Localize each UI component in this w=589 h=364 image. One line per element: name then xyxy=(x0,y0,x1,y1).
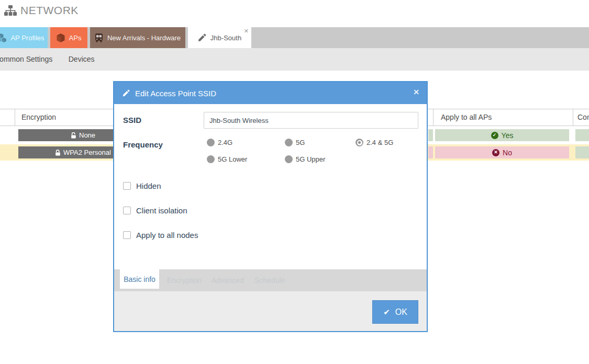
apply-value: No xyxy=(503,149,512,157)
page-title: NETWORK xyxy=(20,4,79,17)
bus-icon xyxy=(95,33,103,42)
con-column-badge xyxy=(575,146,589,158)
apply-to-all-nodes-checkbox[interactable] xyxy=(123,231,131,239)
dialog-tab-basic-info[interactable]: Basic info xyxy=(120,269,159,289)
client-isolation-checkbox-row[interactable]: Client isolation xyxy=(123,206,187,215)
network-page: NETWORK xyxy=(0,0,589,364)
tab-label: New Arrivals - Hardware xyxy=(107,34,181,42)
column-header-encryption[interactable]: Encryption xyxy=(21,113,56,121)
column-divider xyxy=(573,109,573,126)
frequency-label: Frequency xyxy=(123,140,163,149)
column-divider xyxy=(433,109,434,126)
tab-label: APs xyxy=(69,34,82,42)
tabstrip: AP Profiles APs xyxy=(0,27,589,48)
subnav-item-devices[interactable]: Devices xyxy=(69,48,95,71)
frequency-option-5g[interactable]: 5G xyxy=(285,139,305,146)
encryption-value: None xyxy=(79,131,95,139)
hidden-checkbox-row[interactable]: Hidden xyxy=(123,181,161,190)
dialog-header: Edit Access Point SSID ✕ xyxy=(114,82,427,104)
apply-value: Yes xyxy=(502,131,514,140)
apply-to-all-aps-badge[interactable]: ✕ No xyxy=(435,146,569,158)
dialog-title: Edit Access Point SSID xyxy=(135,89,216,98)
unlock-icon xyxy=(71,132,76,139)
edit-ssid-dialog: Edit Access Point SSID ✕ SSID Frequency … xyxy=(113,81,428,332)
tab-label: AP Profiles xyxy=(10,34,44,42)
column-header-apply-to-all-aps[interactable]: Apply to all APs xyxy=(441,113,492,121)
subnav-item-common-settings[interactable]: Common Settings xyxy=(0,48,52,71)
tab-new-arrivals-hardware[interactable]: New Arrivals - Hardware xyxy=(90,27,185,48)
lock-icon xyxy=(55,150,61,156)
apply-to-all-nodes-checkbox-row[interactable]: Apply to all nodes xyxy=(123,231,198,240)
check-icon: ✔ xyxy=(383,308,390,317)
frequency-option-5g-upper[interactable]: 5G Upper xyxy=(285,155,325,163)
check-circle-icon: ✓ xyxy=(491,132,498,139)
apply-to-all-aps-badge[interactable]: ✓ Yes xyxy=(435,129,569,141)
column-header-con[interactable]: Con xyxy=(577,113,589,121)
hidden-column-badge-sliver xyxy=(428,129,433,141)
tab-label: Jhb-South xyxy=(210,34,241,42)
hidden-checkbox[interactable] xyxy=(123,182,131,190)
cube-icon xyxy=(57,33,65,42)
encryption-value: WPA2 Personal xyxy=(63,149,111,156)
client-isolation-checkbox[interactable] xyxy=(123,207,131,214)
frequency-radio[interactable] xyxy=(285,155,293,163)
frequency-option-5g-lower[interactable]: 5G Lower xyxy=(207,155,247,163)
hidden-column-badge-sliver xyxy=(428,146,433,158)
dialog-tab-schedule[interactable]: Schedule xyxy=(254,269,285,291)
frequency-radio[interactable] xyxy=(355,139,363,146)
x-circle-icon: ✕ xyxy=(492,149,499,156)
close-tab-icon[interactable]: ✕ xyxy=(244,28,249,34)
sitemap-icon xyxy=(4,5,17,16)
tab-ap-profiles[interactable]: AP Profiles xyxy=(0,27,48,48)
close-dialog-icon[interactable]: ✕ xyxy=(413,88,419,96)
frequency-radio[interactable] xyxy=(285,139,293,146)
tab-aps[interactable]: APs xyxy=(50,27,87,48)
frequency-option-2-4g[interactable]: 2.4G xyxy=(207,139,232,146)
pencil-icon xyxy=(198,33,206,42)
cubes-icon xyxy=(0,33,6,42)
pencil-icon xyxy=(123,89,130,97)
dialog-tab-advanced[interactable]: Advanced xyxy=(212,269,244,291)
con-column-badge xyxy=(575,129,589,141)
tab-jhb-south[interactable]: Jhb-South ✕ xyxy=(188,27,251,48)
ssid-input[interactable] xyxy=(204,112,418,129)
frequency-option-2-4-and-5g[interactable]: 2.4 & 5G xyxy=(355,139,393,146)
frequency-radio[interactable] xyxy=(207,139,215,146)
app-header: NETWORK xyxy=(0,0,589,27)
ok-button[interactable]: ✔ OK xyxy=(372,300,418,324)
subnav: Common Settings Devices xyxy=(0,48,589,71)
ssid-label: SSID xyxy=(123,116,141,124)
dialog-tab-encryption[interactable]: Encryption xyxy=(167,269,202,291)
column-divider xyxy=(15,109,15,126)
ok-button-label: OK xyxy=(395,308,407,317)
frequency-radio[interactable] xyxy=(207,155,215,163)
dialog-tabstrip: Basic info Encryption Advanced Schedule xyxy=(114,269,427,291)
